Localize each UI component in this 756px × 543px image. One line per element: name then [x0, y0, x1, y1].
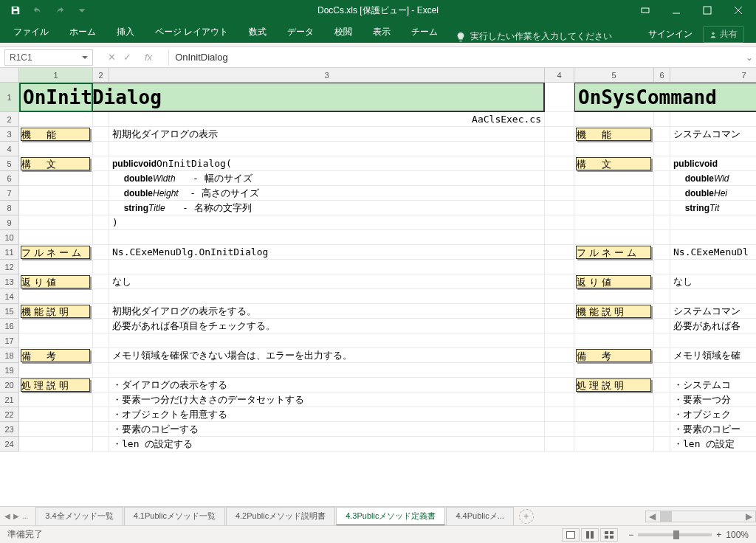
- row-header[interactable]: 21: [0, 392, 19, 407]
- cell[interactable]: [654, 274, 670, 289]
- content-cell[interactable]: double Height - 高さのサイズ: [109, 186, 545, 201]
- cell[interactable]: [654, 333, 670, 348]
- cell[interactable]: [654, 142, 670, 156]
- save-icon[interactable]: [7, 2, 24, 18]
- column-header[interactable]: 5: [574, 68, 654, 83]
- filename-cell[interactable]: AaClsExec.cs: [109, 112, 545, 127]
- cell[interactable]: [19, 215, 93, 230]
- column-header[interactable]: 6: [654, 68, 670, 83]
- cell[interactable]: [545, 127, 574, 142]
- cell[interactable]: [574, 319, 654, 333]
- ribbon-options-icon[interactable]: [630, 0, 660, 21]
- cell[interactable]: [654, 289, 670, 304]
- cell[interactable]: [93, 363, 109, 378]
- content-cell[interactable]: 必要があれば各項目をチェックする。: [109, 319, 545, 333]
- cell[interactable]: [545, 171, 574, 186]
- cell[interactable]: [545, 112, 574, 127]
- row-header[interactable]: 14: [0, 289, 19, 304]
- content-cell[interactable]: [109, 289, 545, 304]
- cell[interactable]: [93, 142, 109, 156]
- content-cell[interactable]: システムコマン: [670, 127, 756, 142]
- cell[interactable]: [545, 422, 574, 437]
- cell[interactable]: [93, 230, 109, 245]
- cell[interactable]: [93, 378, 109, 392]
- cell[interactable]: [19, 363, 93, 378]
- cell[interactable]: [545, 437, 574, 452]
- row-header[interactable]: 2: [0, 112, 19, 127]
- cell[interactable]: [574, 112, 654, 127]
- sheet-next-icon[interactable]: ▶: [13, 512, 19, 520]
- cell[interactable]: [93, 186, 109, 201]
- cell[interactable]: [654, 201, 670, 215]
- qat-dropdown-icon[interactable]: [74, 2, 90, 18]
- cell[interactable]: [654, 112, 670, 127]
- cell[interactable]: [545, 348, 574, 363]
- zoom-out-icon[interactable]: −: [628, 530, 633, 540]
- row-header[interactable]: 24: [0, 437, 19, 452]
- cell[interactable]: [654, 215, 670, 230]
- cell[interactable]: [545, 363, 574, 378]
- cell[interactable]: [19, 333, 93, 348]
- formula-input[interactable]: OnInitDialog: [169, 52, 743, 63]
- cell[interactable]: [545, 319, 574, 333]
- cell[interactable]: [574, 215, 654, 230]
- content-cell[interactable]: [670, 230, 756, 245]
- cell[interactable]: [545, 289, 574, 304]
- row-header[interactable]: 9: [0, 215, 19, 230]
- content-cell[interactable]: [670, 363, 756, 378]
- cell[interactable]: [19, 422, 93, 437]
- cell[interactable]: [19, 230, 93, 245]
- sheet-tab[interactable]: 3.4全メソッド一覧: [35, 507, 123, 526]
- cell[interactable]: [93, 333, 109, 348]
- cell[interactable]: [654, 304, 670, 319]
- cell[interactable]: [574, 142, 654, 156]
- content-cell[interactable]: double Width - 幅のサイズ: [109, 171, 545, 186]
- scroll-left-icon[interactable]: ◀: [646, 511, 659, 522]
- tab-review[interactable]: 校閲: [324, 21, 362, 43]
- row-header[interactable]: 3: [0, 127, 19, 142]
- cell[interactable]: [574, 422, 654, 437]
- row-header[interactable]: 4: [0, 142, 19, 156]
- content-cell[interactable]: メモリ領域を確保できない場合は、エラーを出力する。: [109, 348, 545, 363]
- page-layout-view-icon[interactable]: [581, 528, 599, 542]
- cell[interactable]: [574, 289, 654, 304]
- cell[interactable]: [545, 407, 574, 422]
- content-cell[interactable]: ・オブジェクトを用意する: [109, 407, 545, 422]
- method-title-left[interactable]: OnInitDialog: [19, 83, 545, 112]
- content-cell[interactable]: ・要素一つ分だけ大きさのデータセットする: [109, 392, 545, 407]
- tab-insert[interactable]: 挿入: [106, 21, 145, 43]
- horizontal-scrollbar[interactable]: ◀ ▶: [645, 511, 756, 522]
- content-cell[interactable]: ・ダイアログの表示をする: [109, 378, 545, 392]
- cell[interactable]: [19, 437, 93, 452]
- enter-icon[interactable]: ✓: [123, 52, 131, 63]
- select-all-corner[interactable]: [0, 68, 19, 83]
- add-sheet-button[interactable]: +: [519, 509, 534, 524]
- content-cell[interactable]: string Title - 名称の文字列: [109, 201, 545, 215]
- cell[interactable]: [545, 230, 574, 245]
- row-header[interactable]: 15: [0, 304, 19, 319]
- normal-view-icon[interactable]: [562, 528, 580, 542]
- cell[interactable]: [93, 171, 109, 186]
- cell[interactable]: [93, 112, 109, 127]
- column-header[interactable]: 4: [545, 68, 574, 83]
- cell[interactable]: [654, 171, 670, 186]
- row-header[interactable]: 6: [0, 171, 19, 186]
- cell[interactable]: [93, 245, 109, 260]
- row-header[interactable]: 1: [0, 83, 19, 112]
- content-cell[interactable]: ・要素一つ分: [670, 392, 756, 407]
- row-header[interactable]: 11: [0, 245, 19, 260]
- cell[interactable]: [93, 201, 109, 215]
- row-header[interactable]: 22: [0, 407, 19, 422]
- cell[interactable]: [654, 437, 670, 452]
- minimize-icon[interactable]: [662, 0, 691, 21]
- tab-formulas[interactable]: 数式: [238, 21, 277, 43]
- content-cell[interactable]: [109, 333, 545, 348]
- method-title-right[interactable]: OnSysCommand: [574, 83, 756, 112]
- tab-data[interactable]: データ: [277, 21, 324, 43]
- cell[interactable]: [545, 142, 574, 156]
- tab-file[interactable]: ファイル: [3, 21, 59, 43]
- cell[interactable]: [654, 127, 670, 142]
- sheet-tab[interactable]: 4.1Publicメソッド一覧: [124, 507, 225, 526]
- content-cell[interactable]: 初期化ダイアログの表示: [109, 127, 545, 142]
- content-cell[interactable]: 初期化ダイアログの表示をする。: [109, 304, 545, 319]
